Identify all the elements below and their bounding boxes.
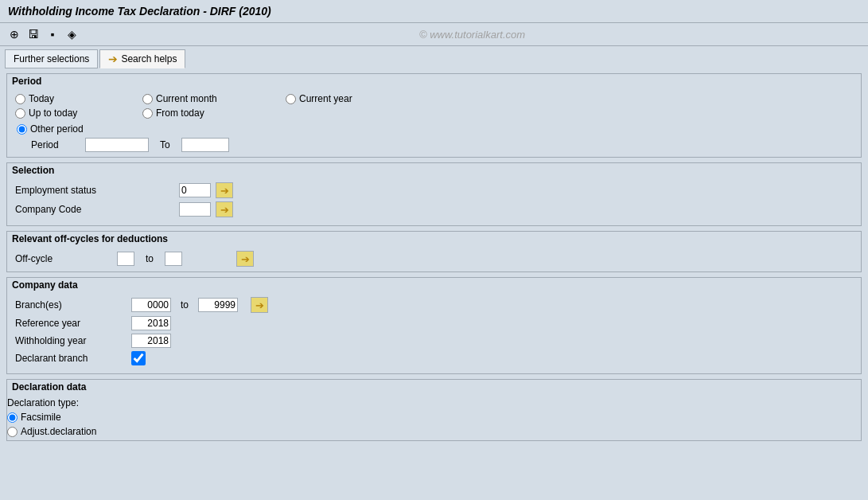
section-offcycle: Relevant off-cycles for deductions Off-c… [6, 231, 862, 272]
branch-from-input[interactable] [131, 298, 171, 312]
reference-year-row: Reference year [15, 316, 853, 330]
tab-further-selections-label: Further selections [14, 53, 89, 64]
declarant-branch-label: Declarant branch [15, 353, 127, 364]
offcycle-from-input[interactable] [117, 252, 134, 266]
reference-year-input[interactable] [131, 316, 171, 330]
radio-adjust-declaration-input[interactable] [7, 427, 18, 437]
declarant-branch-checkbox[interactable] [131, 351, 146, 365]
withholding-year-row: Withholding year [15, 334, 853, 348]
watermark: © www.tutorialkart.com [83, 29, 862, 41]
tab-search-helps-label: Search helps [121, 53, 177, 64]
radio-current-month: Current month [142, 93, 286, 104]
tab-further-selections[interactable]: Further selections [5, 49, 98, 68]
section-declaration-title: Declaration data [7, 380, 861, 394]
withholding-year-input[interactable] [131, 334, 171, 348]
radio-up-to-today-label: Up to today [29, 107, 77, 119]
toolbar-icon-3[interactable]: ▪ [45, 26, 60, 42]
declaration-type-label-row: Declaration type: [7, 397, 861, 408]
radio-from-today-input[interactable] [142, 108, 153, 119]
radio-current-month-input[interactable] [142, 94, 153, 104]
selection-row-1: Company Code ➔ [15, 201, 853, 217]
selection-row-0: Employment status ➔ [15, 182, 853, 198]
employment-status-arrow-icon: ➔ [220, 185, 229, 197]
toolbar: ⊕ 🖫 ▪ ◈ © www.tutorialkart.com [0, 23, 868, 46]
period-label: Period [31, 139, 79, 150]
radio-today: Today [15, 93, 142, 104]
radio-from-today-label: From today [156, 107, 204, 119]
branch-label: Branch(es) [15, 299, 127, 311]
branch-row: Branch(es) to ➔ [15, 297, 853, 313]
section-company-data-title: Company data [7, 278, 861, 292]
branch-arrow-btn[interactable]: ➔ [251, 297, 268, 313]
radio-current-year-label: Current year [299, 93, 352, 104]
main-content: Period Today Current month Current year … [0, 68, 868, 451]
toolbar-icon-4[interactable]: ◈ [64, 26, 80, 42]
period-from-input[interactable] [85, 138, 149, 152]
section-selection-title: Selection [7, 163, 861, 178]
radio-facsimile-label: Facsimile [21, 412, 61, 423]
employment-status-label: Employment status [15, 185, 174, 196]
radio-current-month-label: Current month [156, 93, 217, 104]
radio-current-year: Current year [286, 93, 429, 104]
radio-up-to-today: Up to today [15, 107, 142, 119]
section-selection: Selection Employment status ➔ Company Co… [6, 162, 862, 226]
section-declaration-body: Declaration type: Facsimile Adjust.decla… [7, 394, 861, 440]
withholding-year-label: Withholding year [15, 335, 127, 346]
employment-status-input[interactable] [179, 183, 211, 197]
offcycle-row: Off-cycle to ➔ [15, 251, 853, 267]
section-declaration: Declaration data Declaration type: Facsi… [6, 379, 862, 441]
branch-to-label: to [181, 299, 189, 311]
offcycle-arrow-btn[interactable]: ➔ [236, 251, 254, 267]
radio-other-period-label: Other period [30, 123, 84, 135]
section-period-title: Period [7, 74, 861, 88]
reference-year-label: Reference year [15, 318, 127, 329]
section-offcycle-body: Off-cycle to ➔ [7, 246, 861, 271]
radio-up-to-today-input[interactable] [15, 108, 25, 119]
radio-adjust-declaration: Adjust.declaration [7, 426, 861, 437]
company-code-arrow-icon: ➔ [220, 204, 229, 216]
radio-adjust-declaration-label: Adjust.declaration [21, 426, 96, 437]
section-period-body: Today Current month Current year Up to t… [7, 88, 861, 157]
section-company-data: Company data Branch(es) to ➔ Reference y… [6, 277, 862, 374]
toolbar-icon-2[interactable]: 🖫 [25, 26, 41, 42]
branch-arrow-icon: ➔ [255, 299, 264, 311]
radio-current-year-input[interactable] [286, 94, 296, 104]
company-code-arrow-btn[interactable]: ➔ [216, 201, 233, 217]
declaration-type-label: Declaration type: [7, 397, 79, 408]
other-period-row: Other period [15, 123, 853, 135]
period-radios: Today Current month Current year Up to t… [15, 93, 853, 119]
offcycle-label: Off-cycle [15, 253, 111, 264]
tab-search-helps[interactable]: ➔ Search helps [99, 49, 185, 68]
radio-facsimile: Facsimile [7, 412, 861, 423]
radio-other-period-input[interactable] [17, 124, 27, 135]
section-company-data-body: Branch(es) to ➔ Reference year Withholdi… [7, 292, 861, 373]
radio-today-input[interactable] [15, 94, 25, 104]
offcycle-to-input[interactable] [165, 252, 182, 266]
app-title: Withholding Income Tax Declaration - DIR… [8, 5, 271, 18]
radio-today-label: Today [29, 93, 54, 104]
tab-arrow-icon: ➔ [108, 53, 118, 65]
period-input-row: Period To [15, 138, 853, 152]
declarant-branch-row: Declarant branch [15, 351, 853, 365]
offcycle-arrow-icon: ➔ [241, 253, 250, 265]
branch-to-input[interactable] [198, 298, 238, 312]
company-code-label: Company Code [15, 204, 174, 215]
radio-from-today: From today [142, 107, 286, 119]
company-code-input[interactable] [179, 202, 211, 217]
section-selection-body: Employment status ➔ Company Code ➔ [7, 178, 861, 225]
section-period: Period Today Current month Current year … [6, 73, 862, 158]
radio-empty [286, 107, 429, 119]
offcycle-to-label: to [146, 253, 154, 264]
period-to-label: To [160, 139, 170, 150]
section-offcycle-title: Relevant off-cycles for deductions [7, 232, 861, 246]
period-to-input[interactable] [181, 138, 229, 152]
radio-facsimile-input[interactable] [7, 412, 18, 423]
tab-bar: Further selections ➔ Search helps [0, 46, 868, 68]
toolbar-icon-1[interactable]: ⊕ [6, 26, 22, 42]
employment-status-arrow-btn[interactable]: ➔ [216, 182, 233, 198]
title-bar: Withholding Income Tax Declaration - DIR… [0, 0, 868, 23]
